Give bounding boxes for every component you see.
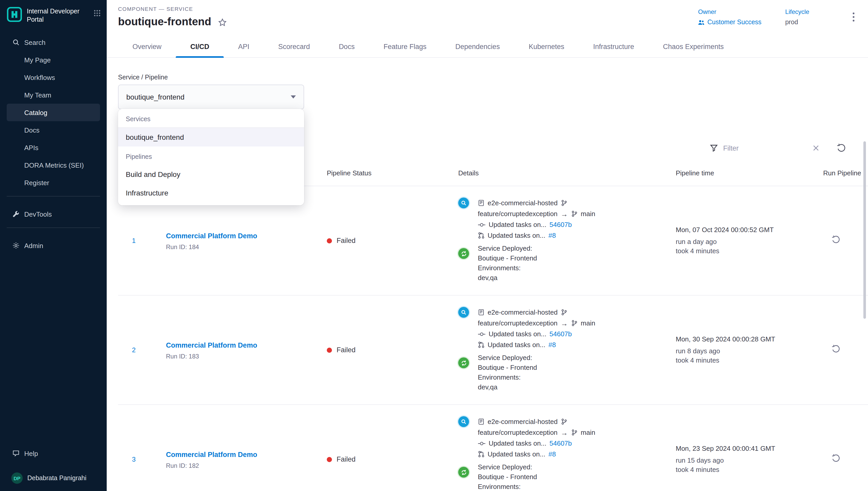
repo-name[interactable]: e2e-commercial-hosted [488, 199, 558, 207]
source-branch: feature/corruptedexception [478, 210, 557, 218]
sidebar-item-search[interactable]: Search [7, 33, 100, 51]
chevron-down-icon [291, 95, 296, 98]
column-header-run: Run Pipeline [823, 169, 868, 177]
favorite-star-icon[interactable] [218, 18, 227, 27]
commit-icon [478, 222, 486, 227]
row-number[interactable]: 2 [118, 346, 154, 354]
status-text: Failed [337, 455, 355, 463]
sidebar-item-register[interactable]: Register [7, 174, 100, 191]
ci-stage-icon [458, 416, 469, 427]
sidebar-item-my-team[interactable]: My Team [7, 86, 100, 104]
pipeline-run-link[interactable]: Commercial Platform Demo [166, 451, 257, 458]
select-dropdown: Services boutique_frontend Pipelines Bui… [118, 109, 304, 205]
cd-stage-icon [458, 357, 469, 368]
tab-scorecard[interactable]: Scorecard [264, 36, 324, 57]
run-duration: took 4 minutes [676, 465, 823, 474]
breadcrumb: COMPONENT — SERVICE [118, 6, 227, 12]
clear-filter-icon[interactable] [813, 145, 819, 151]
tab-label: Feature Flags [383, 43, 427, 51]
commit-sha-link[interactable]: 54607b [550, 330, 572, 338]
tab-feature-flags[interactable]: Feature Flags [369, 36, 441, 57]
filter-funnel-icon[interactable] [710, 144, 718, 152]
sidebar-item-label: DORA Metrics (SEI) [24, 161, 84, 169]
sidebar-item-admin[interactable]: Admin [7, 237, 100, 254]
cicd-content: Service / Pipeline boutique_frontend Ser… [107, 58, 868, 491]
pipeline-run-link[interactable]: Commercial Platform Demo [166, 341, 257, 349]
sidebar-item-apis[interactable]: APIs [7, 139, 100, 156]
vertical-scrollbar[interactable] [863, 141, 866, 319]
run-date: Mon, 30 Sep 2024 00:00:28 GMT [676, 335, 823, 343]
service-pipeline-select[interactable]: boutique_frontend [118, 85, 304, 109]
brand-title: Internal Developer Portal [27, 7, 89, 24]
deploy-summary: Service Deployed:Boutique - FrontendEnvi… [478, 353, 676, 392]
main-panel: COMPONENT — SERVICE boutique-frontend Ow… [107, 0, 868, 491]
tab-ci-cd[interactable]: CI/CD [176, 36, 224, 57]
pr-number-link[interactable]: #8 [549, 232, 556, 239]
rerun-pipeline-button[interactable] [831, 235, 841, 244]
tab-dependencies[interactable]: Dependencies [441, 36, 515, 57]
ci-stage-icon [458, 307, 469, 318]
lifecycle-value: prod [785, 19, 809, 26]
tab-kubernetes[interactable]: Kubernetes [514, 36, 579, 57]
tab-label: Overview [132, 43, 162, 51]
commit-sha-link[interactable]: 54607b [550, 439, 572, 447]
commit-icon [478, 441, 486, 446]
tab-chaos-experiments[interactable]: Chaos Experiments [649, 36, 738, 57]
pull-request-icon [478, 232, 485, 239]
pull-request-icon [478, 451, 485, 458]
dropdown-item-build-and-deploy[interactable]: Build and Deploy [118, 165, 304, 183]
dropdown-group-label: Services [118, 109, 304, 128]
refresh-icon[interactable] [837, 143, 846, 153]
tab-docs[interactable]: Docs [324, 36, 369, 57]
dropdown-item-infrastructure[interactable]: Infrastructure [118, 183, 304, 202]
rerun-pipeline-button[interactable] [831, 344, 841, 353]
pipeline-status: Failed [327, 237, 458, 244]
run-id: Run ID: 184 [166, 243, 327, 251]
sidebar-item-docs[interactable]: Docs [7, 121, 100, 139]
repo-icon [478, 418, 485, 425]
run-date: Mon, 23 Sep 2024 00:00:41 GMT [676, 444, 823, 452]
tab-infrastructure[interactable]: Infrastructure [579, 36, 649, 57]
pipeline-run-link[interactable]: Commercial Platform Demo [166, 232, 257, 239]
cd-stage-icon [458, 467, 469, 478]
rerun-pipeline-button[interactable] [831, 454, 841, 463]
pipeline-time: Mon, 07 Oct 2024 00:00:52 GMT run a day … [676, 226, 823, 256]
arrow-right-icon: → [561, 428, 568, 437]
target-branch: main [581, 429, 595, 436]
sidebar-item-my-page[interactable]: My Page [7, 51, 100, 68]
repo-icon [478, 309, 485, 316]
sidebar-item-dora-metrics-sei[interactable]: DORA Metrics (SEI) [7, 156, 100, 174]
pipeline-run-row: 3 Commercial Platform Demo Run ID: 182 F… [118, 405, 868, 491]
apps-grid-icon[interactable] [94, 9, 100, 19]
target-branch: main [581, 210, 595, 218]
row-number[interactable]: 1 [118, 237, 154, 244]
run-details: e2e-commercial-hosted feature/corruptede… [458, 186, 676, 295]
status-text: Failed [337, 346, 355, 354]
user-profile[interactable]: DP Debabrata Panigrahi [7, 472, 100, 484]
owner-value[interactable]: Customer Success [698, 19, 762, 26]
tab-api[interactable]: API [224, 36, 264, 57]
sidebar-item-catalog[interactable]: Catalog [7, 104, 100, 121]
repo-name[interactable]: e2e-commercial-hosted [488, 418, 558, 426]
avatar[interactable]: DP [11, 472, 23, 484]
tab-label: Chaos Experiments [663, 43, 724, 51]
pipeline-time: Mon, 23 Sep 2024 00:00:41 GMT run 15 day… [676, 444, 823, 474]
filter-input[interactable] [722, 144, 809, 152]
picker-label: Service / Pipeline [118, 74, 868, 81]
repo-name[interactable]: e2e-commercial-hosted [488, 309, 558, 316]
pr-number-link[interactable]: #8 [549, 341, 556, 349]
row-number[interactable]: 3 [118, 455, 154, 463]
pr-message: Updated tasks on... [488, 232, 545, 239]
page-title: boutique-frontend [118, 16, 211, 28]
commit-sha-link[interactable]: 54607b [550, 221, 572, 229]
wrench-icon [11, 210, 20, 218]
sidebar-item-devtools[interactable]: DevTools [7, 205, 100, 223]
search-icon [11, 39, 20, 46]
pr-number-link[interactable]: #8 [549, 450, 556, 458]
owner-label: Owner [698, 8, 762, 16]
dropdown-item-boutique-frontend[interactable]: boutique_frontend [118, 128, 304, 146]
help-button[interactable]: Help [7, 444, 100, 462]
tab-overview[interactable]: Overview [118, 36, 176, 57]
kebab-menu-icon[interactable] [852, 12, 855, 26]
sidebar-item-workflows[interactable]: Workflows [7, 68, 100, 86]
